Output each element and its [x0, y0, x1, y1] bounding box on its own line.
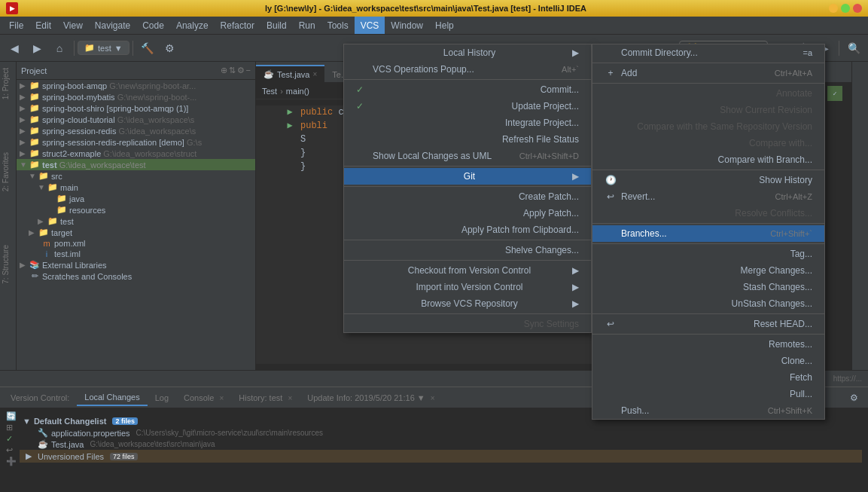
- tree-item-resources[interactable]: 📁 resources: [17, 204, 255, 215]
- settings-gear-icon[interactable]: ⚙: [237, 66, 245, 75]
- git-fetch[interactable]: Fetch: [592, 369, 824, 386]
- dd-commit[interactable]: ✓ Commit...: [344, 81, 591, 98]
- sync-icon[interactable]: ⇅: [229, 66, 236, 75]
- dd-browse-vcs[interactable]: Browse VCS Repository ▶: [344, 295, 591, 312]
- git-show-history[interactable]: 🕐 Show History: [592, 172, 824, 188]
- change-file-test-java[interactable]: ☕ Test.java G:\idea_workspace\test\src\m…: [20, 439, 862, 450]
- unversioned-files-group[interactable]: ▶ Unversioned Files 72 files: [20, 450, 862, 463]
- dd-git[interactable]: Git ▶: [344, 168, 591, 185]
- tree-item-cloud[interactable]: ▶ 📁 spring-cloud-tutorial G:\idea_worksp…: [17, 114, 255, 125]
- menu-window[interactable]: Window: [385, 17, 429, 34]
- dd-checkout-vc[interactable]: Checkout from Version Control ▶: [344, 262, 591, 279]
- tree-item-main[interactable]: ▼ 📁 main: [17, 182, 255, 193]
- dd-import-vc[interactable]: Import into Version Control ▶: [344, 279, 591, 295]
- side-label-project[interactable]: 1: Project: [0, 65, 16, 102]
- bottom-tab-local-changes[interactable]: Local Changes: [77, 390, 147, 406]
- git-unstash[interactable]: UnStash Changes...: [592, 295, 824, 312]
- check-icon[interactable]: ✓: [6, 434, 17, 444]
- back-btn[interactable]: ◀: [4, 38, 25, 59]
- maximize-btn[interactable]: [841, 4, 850, 13]
- menu-file[interactable]: File: [3, 17, 29, 34]
- menu-analyze[interactable]: Analyze: [170, 17, 215, 34]
- dd-show-local-changes[interactable]: Show Local Changes as UML Ctrl+Alt+Shift…: [344, 148, 591, 164]
- forward-btn[interactable]: ▶: [26, 38, 47, 59]
- git-remotes[interactable]: Remotes...: [592, 336, 824, 353]
- tree-item-java[interactable]: 📁 java: [17, 193, 255, 204]
- tree-item-iml[interactable]: i test.iml: [17, 249, 255, 259]
- refresh-icon[interactable]: 🔄: [6, 411, 17, 421]
- bottom-tab-history[interactable]: History: test ×: [231, 390, 300, 405]
- bottom-tab-vc[interactable]: Version Control:: [3, 390, 77, 405]
- tree-item-target[interactable]: ▶ 📁 target: [17, 227, 255, 238]
- menu-run[interactable]: Run: [293, 17, 321, 34]
- bottom-settings-icon[interactable]: ⚙: [843, 387, 864, 408]
- git-add[interactable]: + Add Ctrl+Alt+A: [592, 65, 824, 81]
- menu-navigate[interactable]: Navigate: [89, 17, 136, 34]
- close-btn[interactable]: [853, 4, 862, 13]
- console-close-icon[interactable]: ×: [219, 394, 224, 402]
- expand-icon[interactable]: ⊞: [6, 423, 17, 432]
- menu-edit[interactable]: Edit: [29, 17, 57, 34]
- git-reset-head[interactable]: ↩ Reset HEAD...: [592, 316, 824, 332]
- git-merge-changes[interactable]: Merge Changes...: [592, 262, 824, 279]
- update-dropdown-icon[interactable]: ▼: [417, 393, 425, 402]
- dd-create-patch[interactable]: Create Patch...: [344, 188, 591, 205]
- menu-view[interactable]: View: [57, 17, 89, 34]
- tree-item-ext-libs[interactable]: ▶ 📚 External Libraries: [17, 259, 255, 270]
- git-pull[interactable]: Pull...: [592, 386, 824, 402]
- tree-item-session-replication[interactable]: ▶ 📁 spring-session-redis-replication [de…: [17, 136, 255, 148]
- bc-test[interactable]: Test: [262, 87, 277, 96]
- settings-btn[interactable]: ⚙: [160, 38, 181, 59]
- side-label-structure[interactable]: 7: Structure: [0, 242, 16, 287]
- side-label-favorites[interactable]: 2: Favorites: [0, 149, 16, 194]
- dd-local-history[interactable]: Local History ▶: [344, 44, 591, 61]
- tab-test-java[interactable]: ☕ Test.java ×: [256, 65, 324, 82]
- dd-shelve-changes[interactable]: Shelve Changes...: [344, 242, 591, 258]
- menu-code[interactable]: Code: [136, 17, 170, 34]
- dd-update-project[interactable]: ✓ Update Project...: [344, 98, 591, 115]
- minimize-btn[interactable]: [829, 4, 838, 13]
- search-everywhere-btn[interactable]: 🔍: [843, 38, 864, 59]
- bottom-tab-console[interactable]: Console ×: [176, 390, 231, 405]
- revert-icon[interactable]: ↩: [6, 445, 17, 455]
- dd-apply-patch[interactable]: Apply Patch...: [344, 205, 591, 222]
- git-stash[interactable]: Stash Changes...: [592, 279, 824, 295]
- tree-item-shiro[interactable]: ▶ 📁 spring-boot-shiro [spring-boot-amqp …: [17, 102, 255, 114]
- bottom-tab-update-info[interactable]: Update Info: 2019/5/20 21:16 ▼ ×: [300, 390, 442, 405]
- dd-integrate-project[interactable]: Integrate Project...: [344, 115, 591, 131]
- dd-apply-patch-clipboard[interactable]: Apply Patch from Clipboard...: [344, 222, 591, 238]
- tree-item-src[interactable]: ▼ 📁 src: [17, 170, 255, 182]
- git-branches[interactable]: Branches... Ctrl+Shift+`: [592, 225, 824, 242]
- tree-item-test[interactable]: ▼ 📁 test G:\idea_workspace\test: [17, 159, 255, 170]
- history-close-icon[interactable]: ×: [288, 394, 292, 402]
- add-bottom-icon[interactable]: ➕: [6, 457, 17, 466]
- git-compare-branch[interactable]: Compare with Branch...: [592, 151, 824, 168]
- minimize-project-icon[interactable]: −: [246, 66, 251, 75]
- build-btn[interactable]: 🔨: [137, 38, 158, 59]
- bottom-tab-log[interactable]: Log: [148, 390, 176, 405]
- git-clone[interactable]: Clone...: [592, 353, 824, 369]
- project-dropdown[interactable]: 📁 test ▼: [78, 41, 129, 55]
- tree-item-spring-amqp[interactable]: ▶ 📁 spring-boot-amqp G:\new\spring-boot-…: [17, 80, 255, 91]
- git-tag[interactable]: Tag...: [592, 246, 824, 262]
- git-push[interactable]: Push... Ctrl+Shift+K: [592, 402, 824, 419]
- tree-item-test-folder[interactable]: ▶ 📁 test: [17, 215, 255, 227]
- menu-refactor[interactable]: Refactor: [215, 17, 260, 34]
- menu-help[interactable]: Help: [429, 17, 460, 34]
- tree-item-mybatis[interactable]: ▶ 📁 spring-boot-mybatis G:\new\spring-bo…: [17, 91, 255, 102]
- tree-item-struct2[interactable]: ▶ 📁 struct2-exmaple G:\idea_workspace\st…: [17, 148, 255, 159]
- git-commit-dir[interactable]: Commit Directory... =a: [592, 44, 824, 61]
- new-icon[interactable]: ⊕: [221, 66, 227, 75]
- menu-vcs[interactable]: VCS: [355, 17, 385, 34]
- tree-item-pom[interactable]: m pom.xml: [17, 238, 255, 249]
- update-close-icon[interactable]: ×: [431, 394, 435, 402]
- menu-build[interactable]: Build: [260, 17, 293, 34]
- git-revert[interactable]: ↩ Revert... Ctrl+Alt+Z: [592, 188, 824, 205]
- dd-refresh-status[interactable]: Refresh File Status: [344, 131, 591, 148]
- menu-tools[interactable]: Tools: [321, 17, 355, 34]
- bc-main[interactable]: main(): [286, 87, 309, 96]
- tab-close-icon[interactable]: ×: [312, 70, 317, 78]
- tree-item-scratches[interactable]: ✏ Scratches and Consoles: [17, 270, 255, 282]
- change-file-app-props[interactable]: 🔧 application.properties C:\Users\sky_l\…: [20, 427, 862, 439]
- dd-vcs-ops-popup[interactable]: VCS Operations Popup... Alt+`: [344, 61, 591, 78]
